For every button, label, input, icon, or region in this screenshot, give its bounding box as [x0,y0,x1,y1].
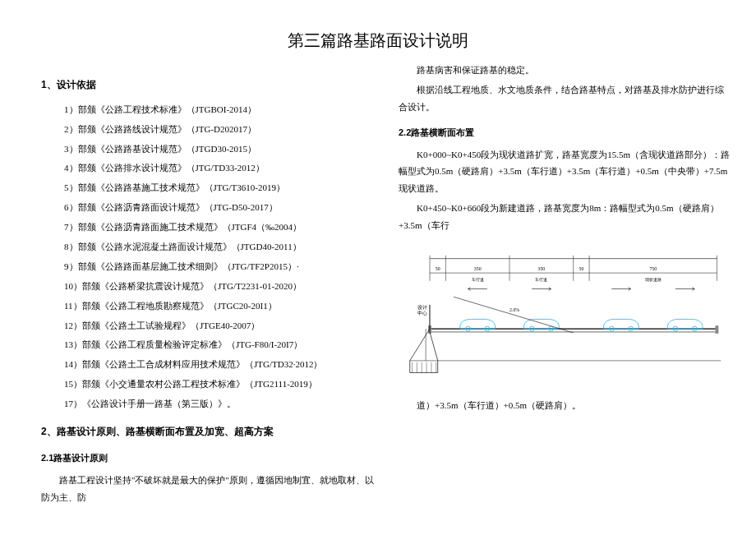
paragraph: K0+450~K0+660段为新建道路，路基宽度为8m：路幅型式为0.5m（硬路… [399,200,731,234]
paragraph: 道）+3.5m（车行道）+0.5m（硬路肩）。 [399,397,731,414]
paragraph: 路基病害和保证路基的稳定。 [399,62,731,79]
svg-text:750: 750 [649,266,657,271]
ref-item: 10）部颁《公路桥梁抗震设计规范》（JTG/T2231-01-2020） [41,278,374,295]
right-column: 路基病害和保证路基的稳定。 根据沿线工程地质、水文地质条件，结合路基特点，对路基… [399,16,731,509]
ref-item: 4）部颁《公路排水设计规范》（JTG/TD33-2012） [41,159,374,177]
ref-item: 5）部颁《公路路基施工技术规范》（JTG/T3610-2019） [41,179,374,196]
paragraph: 根据沿线工程地质、水文地质条件，结合路基特点，对路基及排水防护进行综合设计。 [399,81,731,116]
cross-section-svg: 50 350 车行道 350 车行道 50 750 现状道路 [405,249,726,385]
svg-text:50: 50 [579,266,583,271]
ref-item: 13）部颁《公路工程质量检验评定标准》（JTG-F80/I-20I7） [41,336,374,353]
ref-item: 7）部颁《公路沥青路面施工技术规范》（JTGF4（‰2004） [41,219,374,236]
heading-roadbed-principles: 2、路基设计原则、路基横断面布置及加宽、超高方案 [41,422,374,441]
subheading-principle: 2.1路基设计原则 [41,450,374,467]
paragraph: 路基工程设计坚持"不破坏就是最大的保护"原则，遵循因地制宜、就地取材、以防为主、… [41,472,374,506]
svg-rect-19 [715,325,718,334]
ref-item: 15）部颁《小交通量农村公路工程技术标准》（JTG2111-2019） [41,376,374,393]
subheading-cross-section: 2.2路基横断面布置 [399,124,731,141]
cross-section-figure: 50 350 车行道 350 车行道 50 750 现状道路 [399,249,731,390]
ref-item: 1）部颁《公路工程技术标准》（JTGBOI-2014） [41,101,374,118]
page-body: 1、设计依据 1）部颁《公路工程技术标准》（JTGBOI-2014） 2）部颁《… [0,0,756,517]
svg-text:现状道路: 现状道路 [644,277,661,282]
svg-text:车行道: 车行道 [535,277,547,282]
ref-item: 6）部颁《公路沥青路面设计规范》（JTG-D50-2017） [41,199,374,216]
ref-item: 14）部颁《公路土工合成材料应用技术规范》（JTG/TD32·2012） [41,356,374,373]
ref-item: 17）《公路设计手册一路基（第三版）》。 [41,395,374,413]
ref-item: 11）部颁《公路工程地质勘察规范》（JTGC20-20I1） [41,297,374,315]
ref-item: 2）部颁《公路路线设计规范》（JTG-D202017） [41,121,374,138]
svg-line-39 [454,297,574,333]
svg-text:中心: 中心 [417,310,427,316]
ref-item: 8）部颁《公路水泥混凝土路面设计规范》（JTGD40-2011） [41,238,374,256]
car-icon [459,319,702,331]
paragraph: K0+000~K0+450段为现状道路扩宽，路基宽度为15.5m（含现状道路部分… [399,146,731,198]
ref-item: 12）部颁《公路土工试验规程》（JTGE40-2007） [41,317,374,334]
svg-text:设计: 设计 [417,305,427,310]
svg-text:2.0%: 2.0% [509,307,519,312]
ref-item: 9）部颁《公路路面基层施工技术细则》（JTG/TF2P2015）· [41,258,374,275]
heading-design-basis: 1、设计依据 [41,76,374,95]
svg-text:350: 350 [473,266,481,271]
svg-text:350: 350 [537,266,545,271]
left-column: 1、设计依据 1）部颁《公路工程技术标准》（JTGBOI-2014） 2）部颁《… [41,16,374,509]
svg-text:车行道: 车行道 [471,277,483,282]
ref-item: 3）部颁《公路路基设计规范》（JTGD30-2015） [41,141,374,158]
svg-text:50: 50 [435,266,440,271]
